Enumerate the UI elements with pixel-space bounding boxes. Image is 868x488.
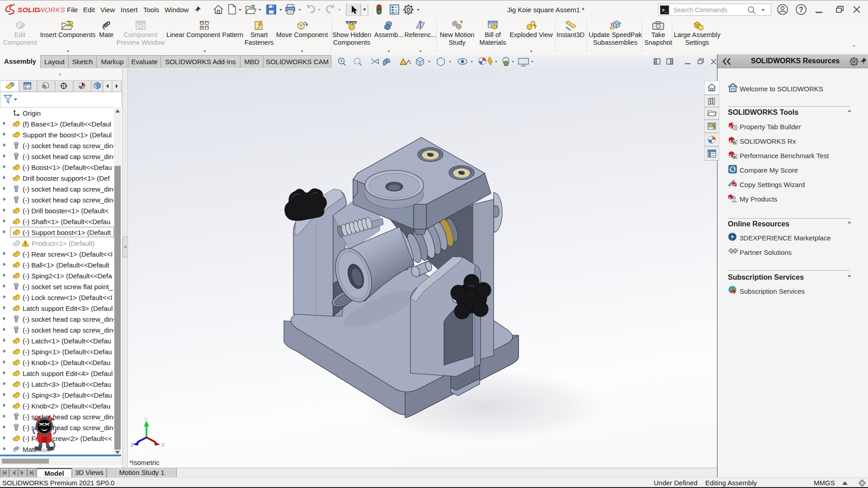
svg-text:W: W bbox=[735, 183, 738, 185]
svg-text:S: S bbox=[730, 140, 732, 143]
svg-text:R: R bbox=[733, 155, 736, 159]
svg-text:Y: Y bbox=[144, 417, 148, 423]
svg-text:WORKS: WORKS bbox=[38, 6, 65, 14]
svg-text:*Isometric: *Isometric bbox=[129, 459, 160, 466]
svg-text:z: z bbox=[131, 441, 133, 448]
svg-text:R: R bbox=[733, 141, 736, 145]
svg-text:W: W bbox=[732, 123, 735, 126]
svg-text:X: X bbox=[161, 442, 165, 448]
svg-text:?: ? bbox=[799, 6, 803, 14]
svg-text:SOLID: SOLID bbox=[18, 6, 40, 14]
svg-text:S: S bbox=[730, 125, 732, 128]
svg-text:S: S bbox=[730, 154, 732, 157]
svg-text:S: S bbox=[732, 291, 734, 294]
svg-text:S: S bbox=[729, 197, 731, 200]
